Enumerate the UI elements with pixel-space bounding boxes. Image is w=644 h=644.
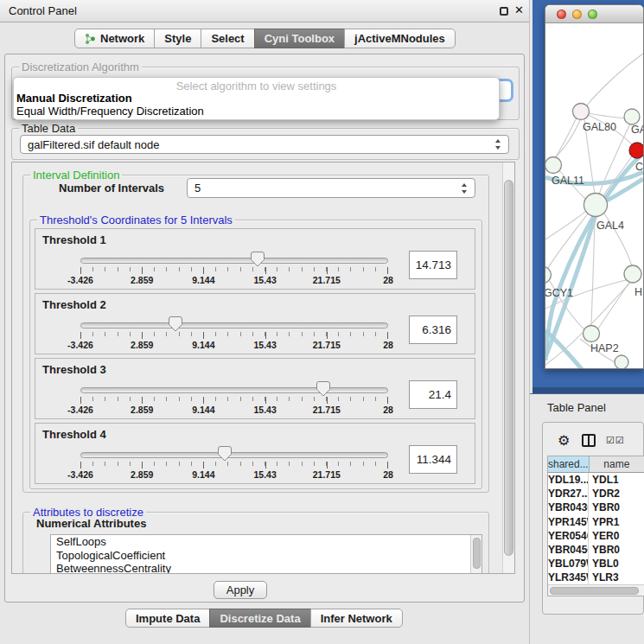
table-panel: Table Panel ⚙ ☑☑ shared... name YDL19...… — [530, 393, 644, 644]
threshold-1-value-field[interactable]: 14.713 — [409, 251, 457, 279]
spinner-arrows-icon — [495, 139, 501, 150]
table-row[interactable]: YDL19...YDL1 — [548, 473, 644, 487]
dropdown-item-equal-width-frequency[interactable]: Equal Width/Frequency Discretization — [14, 105, 499, 118]
list-scrollbar-thumb[interactable] — [473, 538, 481, 569]
tick-label: 2.859 — [131, 405, 153, 415]
num-intervals-combo[interactable]: 5 — [187, 178, 475, 198]
cell[interactable]: YDR27... — [548, 487, 589, 501]
tab-cyni-toolbox[interactable]: Cyni Toolbox — [254, 29, 345, 48]
tab-style[interactable]: Style — [154, 29, 201, 48]
horizontal-scrollbar-thumb[interactable] — [550, 587, 639, 595]
node-label-cut: C — [635, 161, 643, 173]
threshold-4-panel: Threshold 4 -3.426 2.859 9.144 15.43 21.… — [35, 423, 475, 484]
tab-label: Select — [211, 32, 244, 45]
table-row[interactable]: YDR27...YDR2 — [548, 487, 644, 501]
tab-impute-data[interactable]: Impute Data — [125, 609, 210, 628]
minimize-traffic-light[interactable] — [572, 10, 582, 19]
cell[interactable]: YLR345W — [548, 571, 589, 584]
threshold-2-slider[interactable]: -3.426 2.859 9.144 15.43 21.715 28 — [80, 294, 388, 355]
tab-discretize-data[interactable]: Discretize Data — [209, 609, 310, 628]
cell[interactable]: YPR1 — [589, 515, 644, 529]
list-item[interactable]: BetweennessCentrality — [51, 562, 481, 574]
close-traffic-light[interactable] — [557, 10, 566, 19]
window-shadow — [532, 387, 644, 393]
node-label-gal4: GAL4 — [596, 220, 624, 232]
table-row[interactable]: YBR043CYBR0 — [548, 501, 644, 514]
node-selected-red[interactable] — [629, 143, 643, 158]
table-row[interactable]: YBR045CYBR0 — [548, 543, 644, 557]
split-columns-icon[interactable] — [582, 434, 596, 447]
tick-label: 15.43 — [253, 469, 276, 480]
float-panel-icon[interactable] — [500, 7, 508, 16]
list-item[interactable]: TopologicalCoefficient — [51, 549, 481, 563]
list-scrollbar[interactable] — [470, 535, 481, 574]
cell[interactable]: YBR0 — [589, 501, 644, 514]
cell[interactable]: YLR3 — [589, 571, 644, 584]
gear-icon[interactable]: ⚙ — [558, 432, 570, 449]
cell[interactable]: YER054C — [548, 529, 589, 543]
threshold-3-slider[interactable]: -3.426 2.859 9.144 15.43 21.715 28 — [80, 359, 388, 420]
checkbox-icons[interactable]: ☑☑ — [606, 435, 625, 446]
vertical-scrollbar[interactable] — [502, 163, 514, 573]
threshold-1-slider[interactable]: -3.426 2.859 9.144 15.43 21.715 28 — [80, 229, 388, 290]
network-window-titlebar[interactable] — [545, 5, 643, 23]
threshold-3-slider-thumb[interactable] — [316, 381, 330, 397]
cell[interactable]: YBR043C — [548, 501, 589, 514]
cell[interactable]: YBL0 — [589, 557, 644, 571]
table-row[interactable]: YLR345WYLR3 — [548, 571, 644, 584]
threshold-3-value-field[interactable]: 21.4 — [409, 380, 457, 409]
tick-label: 28 — [383, 340, 393, 350]
slider-track — [80, 452, 388, 458]
threshold-2-value-field[interactable]: 6.316 — [409, 316, 457, 344]
table-row[interactable]: YPR145WYPR1 — [548, 515, 644, 529]
tick-label: 2.859 — [131, 469, 153, 480]
column-header-shared[interactable]: shared... — [548, 456, 590, 472]
threshold-1-slider-thumb[interactable] — [251, 252, 265, 267]
list-item[interactable]: SelfLoops — [51, 535, 481, 549]
threshold-4-slider-thumb[interactable] — [218, 446, 232, 462]
node-right[interactable] — [624, 265, 641, 283]
threshold-4-slider[interactable]: -3.426 2.859 9.144 15.43 21.715 28 — [80, 424, 388, 485]
threshold-2-slider-thumb[interactable] — [169, 316, 182, 332]
table-data-combo[interactable]: galFiltered.sif default node — [20, 135, 509, 154]
node-gal80[interactable] — [573, 104, 590, 120]
tab-select[interactable]: Select — [201, 29, 254, 48]
node-gcy1[interactable] — [545, 267, 552, 284]
node-label-gcy1: GCY1 — [545, 287, 573, 299]
cell[interactable]: YDL19... — [548, 473, 589, 487]
table-row[interactable]: YER054CYER0 — [548, 529, 644, 543]
column-header-name[interactable]: name — [590, 456, 644, 472]
tab-jactivemnodules[interactable]: jActiveMNodules — [344, 29, 456, 48]
cell[interactable]: YBR0 — [589, 543, 644, 557]
zoom-traffic-light[interactable] — [588, 10, 597, 19]
threshold-4-value-field[interactable]: 11.344 — [409, 445, 457, 474]
cell[interactable]: YDR2 — [589, 487, 644, 501]
cell[interactable]: YER0 — [589, 529, 644, 543]
network-canvas[interactable]: GAL80 GA GAL11 C GAL4 GCY1 H HAP2 — [545, 23, 643, 368]
close-panel-icon[interactable]: ✕ — [514, 3, 524, 16]
horizontal-scrollbar[interactable] — [548, 584, 644, 596]
apply-button[interactable]: Apply — [214, 581, 267, 599]
tick-label: -3.426 — [67, 340, 93, 350]
table-row[interactable]: YBL079WYBL0 — [548, 557, 644, 571]
slider-track — [80, 387, 388, 393]
cell[interactable]: YBR045C — [548, 543, 589, 557]
cell[interactable]: YBL079W — [548, 557, 589, 571]
tick-label: 21.715 — [313, 405, 341, 415]
algorithm-dropdown: Select algorithm to view settings Manual… — [13, 77, 500, 120]
node-label-gal11: GAL11 — [552, 175, 584, 187]
vertical-scrollbar-thumb[interactable] — [504, 180, 513, 556]
node-top-right[interactable] — [624, 109, 640, 124]
node-hap2[interactable] — [583, 326, 600, 342]
cell[interactable]: YPR145W — [548, 515, 589, 529]
cell[interactable]: YDL1 — [589, 473, 644, 487]
dropdown-item-manual-discretization[interactable]: Manual Discretization — [14, 92, 499, 105]
tab-network[interactable]: Network — [74, 29, 155, 48]
tab-infer-network[interactable]: Infer Network — [310, 609, 403, 628]
node-gal4[interactable] — [584, 194, 608, 217]
node-gal11[interactable] — [545, 157, 562, 174]
table-panel-body: ⚙ ☑☑ shared... name YDL19...YDL1 YDR27..… — [542, 422, 644, 615]
cyni-toolbox-panel: Discretization Algorithm Select algorith… — [4, 54, 525, 603]
tick-label: 9.144 — [192, 340, 214, 350]
node-bottom[interactable] — [615, 355, 628, 368]
